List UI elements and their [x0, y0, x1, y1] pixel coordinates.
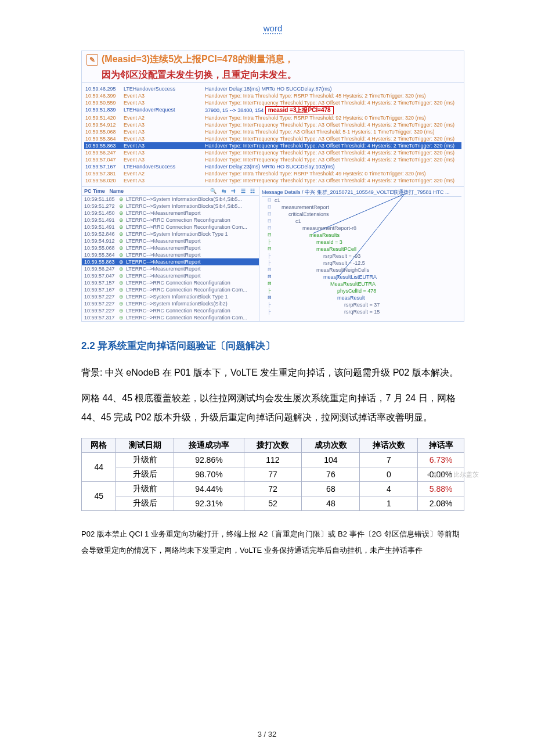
tree-node[interactable]: measurementReport: [262, 204, 461, 211]
paragraph-1: 背景: 中兴 eNodeB 在 P01 版本下，VoLTE 发生重定向掉话，该问…: [81, 363, 464, 383]
caption-line1: (Measid=3)连续5次上报PCI=478的测量消息，: [102, 53, 294, 66]
cell-rate: 92.86%: [174, 452, 244, 467]
cell-drops: 4: [360, 481, 418, 496]
table-header: 网格: [82, 438, 116, 452]
table-header: 成功次数: [302, 438, 360, 452]
embedded-screenshot: ✎ (Measid=3)连续5次上报PCI=478的测量消息， 因为邻区没配置未…: [81, 51, 464, 322]
cell-droprate: 2.08%: [418, 496, 464, 510]
cell-droprate: 5.88%: [418, 481, 464, 496]
tree-leaf[interactable]: rsrqResult = 15: [262, 308, 461, 315]
table-header: 测试日期: [116, 438, 174, 452]
caption-line2: 因为邻区没配置未发生切换，且重定向未发生。: [86, 69, 459, 81]
event-row[interactable]: 10:59:46.399Event A3Handover Type: Intra…: [84, 92, 461, 99]
message-list-row[interactable]: 10:59:52.846⊕LTERRC-->System Information…: [82, 231, 259, 237]
message-list-row[interactable]: 10:59:51.491⊕LTERRC-->RRC Connection Rec…: [82, 217, 259, 224]
message-list-row[interactable]: 10:59:55.364⊕LTERRC-->MeasurementReport: [82, 251, 259, 258]
message-list-row[interactable]: 10:59:55.863⊕LTERRC-->MeasurementReport: [82, 258, 259, 265]
cell-dials: 112: [244, 452, 302, 467]
tree-leaf[interactable]: rsrpResult = -93: [262, 253, 461, 260]
cell-succ: 104: [302, 452, 360, 467]
message-list-row[interactable]: 10:59:54.912⊕LTERRC-->MeasurementReport: [82, 237, 259, 244]
message-details-tree: Message Details / 中兴 集群_20150721_105549_…: [259, 187, 464, 321]
event-row[interactable]: 10:59:54.912Event A3Handover Type: Inter…: [84, 121, 461, 128]
table-header: 拨打次数: [244, 438, 302, 452]
message-list-row[interactable]: 10:59:51.450⊕LTERRC-->MeasurementReport: [82, 210, 259, 217]
table-row: 升级后92.31%524812.08%: [82, 496, 464, 510]
cell-drops: 0: [360, 467, 418, 481]
tree-node[interactable]: measResultNeighCells: [262, 267, 461, 273]
cell-rate: 98.70%: [174, 467, 244, 481]
event-log-panel: 10:59:46.295LTEHandoverSuccessHandover D…: [82, 82, 464, 186]
table-header: 接通成功率: [174, 438, 244, 452]
cell-drops: 1: [360, 496, 418, 510]
tree-leaf-pci[interactable]: physCellId = 478: [262, 287, 461, 294]
message-list-row[interactable]: 10:59:57.227⊕LTERRC-->System Information…: [82, 293, 259, 300]
tree-node[interactable]: c1: [262, 197, 461, 204]
cell-date: 升级后: [116, 496, 174, 510]
page-header: word: [81, 23, 464, 33]
cell-grid: 45: [82, 481, 116, 510]
tree-title: Message Details / 中兴 集群_20150721_105549_…: [262, 188, 461, 197]
message-list-row[interactable]: 10:59:57.047⊕LTERRC-->MeasurementReport: [82, 272, 259, 279]
cell-droprate: 6.73%: [418, 452, 464, 467]
message-list-row[interactable]: 10:59:56.247⊕LTERRC-->MeasurementReport: [82, 265, 259, 272]
message-list-row[interactable]: 10:59:51.185⊕LTERRC-->System Information…: [82, 196, 259, 203]
cell-drops: 7: [360, 452, 418, 467]
toolbar-icons[interactable]: 🔍 ⇆ ⇉ ☰ ☷: [210, 188, 257, 194]
cell-dials: 52: [244, 496, 302, 510]
cell-succ: 76: [302, 467, 360, 481]
message-list-row[interactable]: 10:59:51.272⊕LTERRC-->System Information…: [82, 203, 259, 210]
event-row[interactable]: 10:59:55.068Event A3Handover Type: Intra…: [84, 128, 461, 135]
tree-node[interactable]: measurementReport-r8: [262, 225, 461, 232]
message-list-row[interactable]: 10:59:57.227⊕LTERRC-->System Information…: [82, 300, 259, 307]
event-row[interactable]: 10:59:57.047Event A3Handover Type: Inter…: [84, 156, 461, 163]
tree-node[interactable]: measResult: [262, 294, 461, 301]
cell-succ: 68: [302, 481, 360, 496]
table-row: 45升级前94.44%726845.88%: [82, 481, 464, 496]
cell-rate: 92.31%: [174, 496, 244, 510]
tree-leaf-measid[interactable]: measId = 3: [262, 239, 461, 246]
message-list-row[interactable]: 10:59:57.317⊕LTERRC-->RRC Connection Rec…: [82, 314, 259, 321]
event-row[interactable]: 10:59:55.863Event A3Handover Type: Inter…: [84, 142, 461, 149]
event-row[interactable]: 10:59:56.247Event A3Handover Type: Inter…: [84, 149, 461, 156]
event-row[interactable]: 10:59:55.364Event A3Handover Type: Inter…: [84, 135, 461, 142]
message-list-header: PC Time Name 🔍 ⇆ ⇉ ☰ ☷: [82, 187, 259, 196]
event-row[interactable]: 10:59:51.420Event A2Handover Type: Intra…: [84, 114, 461, 121]
message-list-row[interactable]: 10:59:57.157⊕LTERRC-->RRC Connection Rec…: [82, 279, 259, 286]
message-list-row[interactable]: 10:59:57.227⊕LTERRC-->RRC Connection Rec…: [82, 307, 259, 314]
table-header: 掉话率: [418, 438, 464, 452]
event-row[interactable]: 10:59:51.839LTEHandoverRequest37900, 15 …: [84, 106, 461, 114]
message-list-row[interactable]: 10:59:55.068⊕LTERRC-->MeasurementReport: [82, 244, 259, 251]
paragraph-3: P02 版本禁止 QCI 1 业务重定向功能打开，终端上报 A2〔盲重定向门限〕…: [81, 526, 464, 559]
cell-date: 升级前: [116, 452, 174, 467]
tree-leaf[interactable]: rsrqResult = -12.5: [262, 260, 461, 267]
table-row: 44升级前92.86%11210476.73%: [82, 452, 464, 467]
tree-node[interactable]: c1: [262, 218, 461, 225]
tree-node[interactable]: MeasResultEUTRA: [262, 280, 461, 287]
event-row[interactable]: 10:59:57.167LTEHandoverSuccessHandover D…: [84, 163, 461, 170]
message-list-panel: PC Time Name 🔍 ⇆ ⇉ ☰ ☷ 10:59:51.185⊕LTER…: [82, 187, 259, 321]
message-list-row[interactable]: 10:59:57.167⊕LTERRC-->RRC Connection Rec…: [82, 286, 259, 293]
table-row: 升级后98.70%777600.00%: [82, 467, 464, 481]
wechat-watermark: ● 微信号 比尔盖茨: [427, 470, 479, 478]
event-row[interactable]: 10:59:57.381Event A2Handover Type: Intra…: [84, 170, 461, 177]
tree-leaf[interactable]: rsrpResult = 37: [262, 301, 461, 308]
tree-node[interactable]: measResultListEUTRA: [262, 273, 461, 280]
results-table: 网格测试日期接通成功率拨打次数成功次数掉话次数掉话率 44升级前92.86%11…: [81, 438, 464, 511]
cell-rate: 94.44%: [174, 481, 244, 496]
event-row[interactable]: 10:59:46.295LTEHandoverSuccessHandover D…: [84, 85, 461, 92]
cell-grid: 44: [82, 452, 116, 481]
page-number: 3 / 32: [0, 730, 534, 739]
tree-node[interactable]: criticalExtensions: [262, 211, 461, 218]
tree-node[interactable]: measResults: [262, 232, 461, 239]
event-row[interactable]: 10:59:50.559Event A3Handover Type: Inter…: [84, 99, 461, 106]
cell-dials: 72: [244, 481, 302, 496]
cell-date: 升级前: [116, 481, 174, 496]
event-row[interactable]: 10:59:58.020Event A3Handover Type: Inter…: [84, 177, 461, 184]
table-header: 掉话次数: [360, 438, 418, 452]
message-list-row[interactable]: 10:59:51.491⊕LTERRC-->RRC Connection Rec…: [82, 224, 259, 231]
screenshot-caption: ✎ (Measid=3)连续5次上报PCI=478的测量消息， 因为邻区没配置未…: [82, 51, 464, 82]
tree-node[interactable]: measResultPCell: [262, 246, 461, 253]
section-heading: 2.2 异系统重定向掉话问题验证〔问题解决〕: [81, 339, 464, 352]
cell-dials: 77: [244, 467, 302, 481]
